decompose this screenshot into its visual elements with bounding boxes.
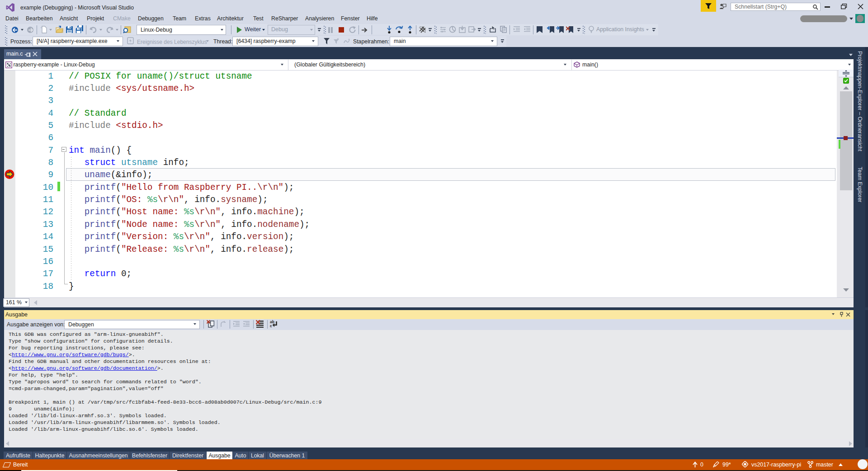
svg-text:c: c <box>270 324 272 328</box>
